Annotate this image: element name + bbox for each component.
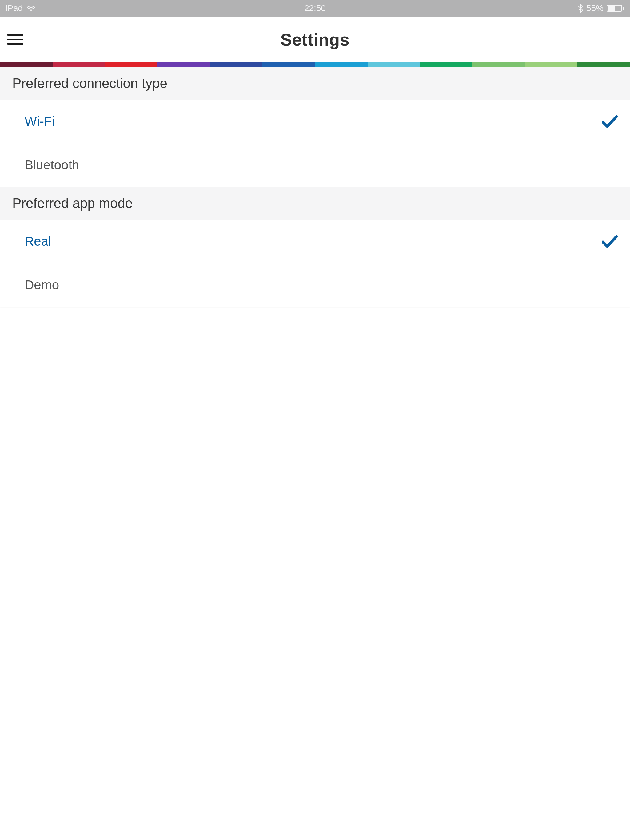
option-row-bluetooth[interactable]: Bluetooth [0, 143, 630, 187]
status-bar-right: 55% [578, 3, 624, 13]
check-icon [602, 235, 618, 248]
check-icon [602, 115, 618, 128]
option-label: Demo [25, 278, 59, 292]
settings-list: Preferred connection typeWi-FiBluetoothP… [0, 67, 630, 307]
option-label: Wi-Fi [25, 114, 55, 129]
device-name: iPad [6, 3, 23, 13]
nav-header: Settings [0, 17, 630, 62]
wifi-icon [27, 5, 36, 12]
bluetooth-icon [578, 4, 583, 13]
status-bar: iPad 22:50 55% [0, 0, 630, 17]
option-row-demo[interactable]: Demo [0, 263, 630, 307]
battery-icon [606, 5, 624, 12]
hamburger-icon [7, 34, 24, 36]
status-bar-time: 22:50 [304, 3, 326, 13]
app-viewport: iPad 22:50 55% [0, 0, 630, 840]
option-row-wi-fi[interactable]: Wi-Fi [0, 99, 630, 143]
option-label: Real [25, 234, 51, 249]
option-row-real[interactable]: Real [0, 219, 630, 263]
section-header: Preferred app mode [0, 187, 630, 219]
section-header: Preferred connection type [0, 67, 630, 99]
option-label: Bluetooth [25, 158, 79, 172]
page-title: Settings [0, 30, 630, 49]
battery-percent: 55% [586, 3, 603, 13]
status-bar-left: iPad [6, 3, 36, 13]
color-strip [0, 62, 630, 67]
menu-button[interactable] [7, 33, 24, 46]
